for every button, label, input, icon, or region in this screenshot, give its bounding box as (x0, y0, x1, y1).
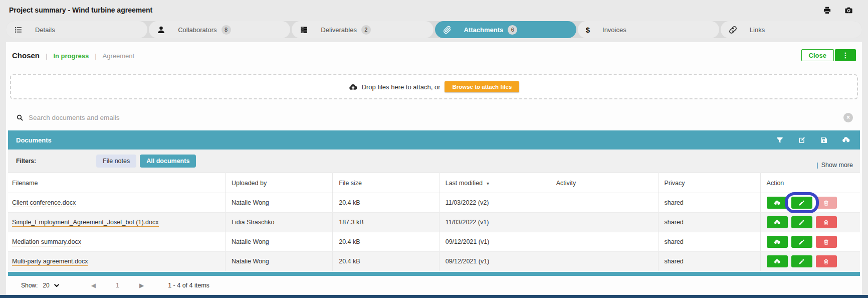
file-dropzone[interactable]: Drop files here to attach, or Browse to … (10, 74, 858, 99)
page-title: Project summary - Wind turbine agreement (9, 6, 152, 14)
status-agreement[interactable]: Agreement (103, 52, 135, 60)
download-button[interactable] (767, 216, 788, 228)
ellipsis-icon: ⋮ (842, 51, 849, 59)
save-icon[interactable] (820, 136, 828, 144)
person-icon (157, 26, 165, 34)
column-header-file-size[interactable]: File size (333, 173, 440, 193)
stack-icon (300, 26, 308, 34)
table-header-row: Filename Uploaded by File size Last modi… (8, 173, 860, 193)
tab-bar: Details Collaborators 8 Deliverables 2 A… (6, 21, 862, 38)
column-header-privacy[interactable]: Privacy (658, 173, 760, 193)
show-more-divider: | (817, 162, 818, 169)
app-window: Project summary - Wind turbine agreement… (0, 0, 868, 295)
dollar-icon: $ (586, 26, 590, 34)
download-button[interactable] (767, 255, 788, 267)
sub-actions: Close ⋮ (801, 49, 856, 61)
print-icon[interactable] (823, 6, 831, 15)
filter-icon[interactable] (776, 136, 784, 144)
tab-attachments[interactable]: Attachments 6 (435, 21, 576, 38)
status-chosen[interactable]: Chosen (12, 51, 40, 60)
pagination-bar: Show: 20 ◀ 1 ▶ 1 - 4 of 4 items (8, 276, 860, 295)
tab-label: Links (750, 26, 765, 34)
more-options-button[interactable]: ⋮ (835, 49, 856, 61)
cell-activity (550, 213, 658, 232)
tab-label: Deliverables (321, 26, 357, 34)
file-link[interactable]: Simple_Employment_Agreement_Josef_bot (1… (12, 219, 159, 227)
delete-button[interactable] (816, 197, 837, 209)
clear-search-icon[interactable]: × (843, 113, 853, 122)
column-header-uploaded-by[interactable]: Uploaded by (226, 173, 333, 193)
show-label: Show: (21, 282, 38, 289)
show-more-link[interactable]: |Show more (817, 162, 853, 173)
link-icon (729, 26, 737, 34)
table-row: Simple_Employment_Agreement_Josef_bot (1… (8, 213, 860, 232)
tab-label: Collaborators (178, 26, 216, 34)
column-header-last-modified[interactable]: Last modified▾ (439, 173, 550, 193)
prev-page-button[interactable]: ◀ (91, 282, 96, 289)
tab-badge: 6 (508, 25, 517, 35)
chevron-down-icon (53, 282, 60, 289)
file-link[interactable]: Client conference.docx (12, 199, 76, 207)
cell-file-size: 20.4 kB (333, 193, 440, 213)
cell-last-modified: 11/03/2022 (v2) (439, 193, 550, 213)
trash-icon (823, 219, 829, 226)
cell-privacy: shared (658, 213, 760, 232)
column-header-label: Last modified (446, 180, 483, 187)
cell-last-modified: 09/12/2021 (v1) (439, 232, 550, 252)
page-size-select[interactable]: 20 (43, 282, 60, 289)
tab-links[interactable]: Links (721, 21, 862, 38)
documents-panel-title: Documents (16, 136, 52, 144)
delete-button[interactable] (816, 236, 837, 248)
close-button[interactable]: Close (801, 49, 834, 61)
pencil-icon (798, 239, 805, 245)
table-row: Mediation summary.docx Natalie Wong 20.4… (8, 232, 860, 252)
delete-button[interactable] (816, 216, 837, 228)
breadcrumb-separator: | (95, 52, 96, 60)
cloud-download-icon (774, 200, 780, 206)
file-link[interactable]: Multi-party agreement.docx (12, 258, 88, 266)
edit-button[interactable] (791, 236, 812, 248)
download-button[interactable] (767, 197, 788, 209)
tab-details[interactable]: Details (6, 21, 147, 38)
cell-activity (550, 252, 658, 271)
row-actions (767, 255, 856, 267)
cloud-download-icon[interactable] (842, 136, 850, 144)
cell-activity (550, 193, 658, 213)
documents-header: Documents (8, 130, 860, 150)
browse-files-button[interactable]: Browse to attach files (445, 81, 519, 92)
column-header-activity[interactable]: Activity (550, 173, 658, 193)
tab-label: Invoices (602, 26, 626, 34)
cell-uploaded-by: Natalie Wong (226, 193, 333, 213)
tab-invoices[interactable]: $ Invoices (578, 21, 719, 38)
status-in-progress[interactable]: In progress (53, 52, 89, 60)
cell-privacy: shared (658, 252, 760, 271)
column-header-filename[interactable]: Filename (8, 173, 226, 193)
cell-uploaded-by: Lidia Straschko (226, 213, 333, 232)
download-button[interactable] (767, 236, 788, 248)
cell-activity (550, 232, 658, 252)
list-icon (14, 26, 23, 34)
edit-button[interactable] (791, 255, 812, 267)
next-page-button[interactable]: ▶ (139, 282, 144, 289)
tab-collaborators[interactable]: Collaborators 8 (149, 21, 290, 38)
filter-file-notes-button[interactable]: File notes (96, 155, 136, 168)
delete-button[interactable] (816, 255, 837, 267)
search-icon (16, 114, 24, 121)
edit-button-highlighted[interactable] (791, 197, 812, 209)
edit-button[interactable] (791, 216, 812, 228)
row-actions (767, 197, 856, 209)
column-header-action[interactable]: Action (760, 173, 860, 193)
dropzone-text: Drop files here to attach, or (362, 83, 441, 91)
filter-all-documents-button[interactable]: All documents (140, 155, 196, 168)
tab-label: Details (35, 26, 55, 34)
search-input[interactable] (29, 114, 838, 121)
camera-icon[interactable] (844, 6, 853, 15)
tab-deliverables[interactable]: Deliverables 2 (292, 21, 433, 38)
title-toolbar (823, 6, 860, 15)
bottom-edge-strip (0, 295, 868, 298)
table-row: Multi-party agreement.docx Natalie Wong … (8, 252, 860, 271)
show-more-label: Show more (821, 162, 853, 169)
horizontal-scrollbar[interactable] (8, 272, 860, 276)
file-link[interactable]: Mediation summary.docx (12, 238, 81, 246)
edit-icon[interactable] (798, 136, 806, 144)
